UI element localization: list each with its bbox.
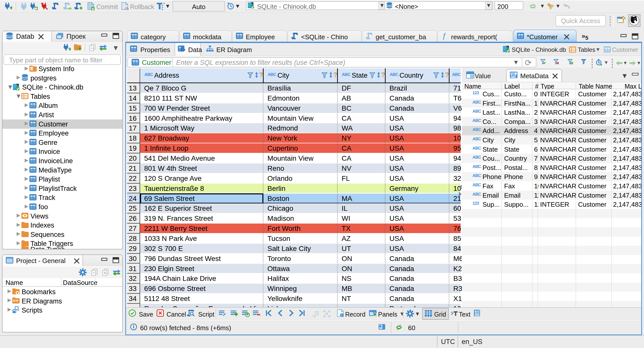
svg-text:i: i xyxy=(31,67,32,71)
svg-text:i: i xyxy=(341,313,342,317)
svg-text:f: f xyxy=(443,32,446,40)
